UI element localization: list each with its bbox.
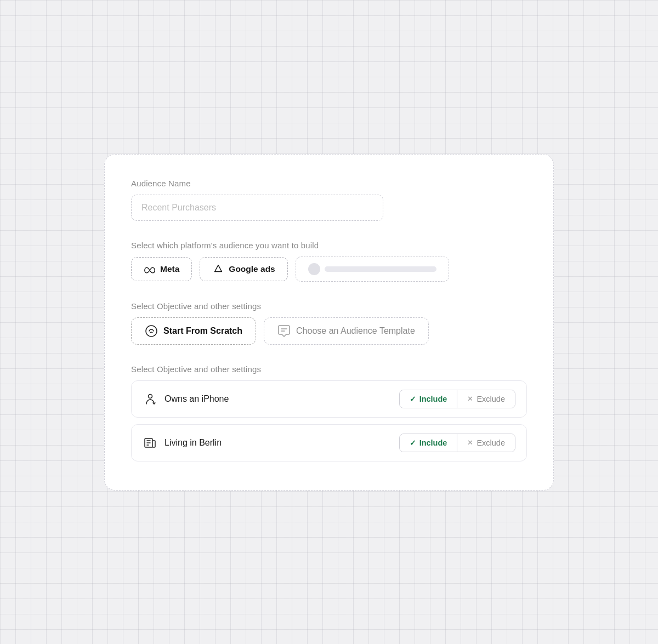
objective-label: Select Objective and other settings — [131, 301, 527, 311]
iphone-row-left: Owns an iPhone — [143, 391, 229, 407]
berlin-exclude-label: Exclude — [477, 438, 505, 447]
settings-label: Select Objective and other settings — [131, 364, 527, 374]
platform-row: Meta Google ads — [131, 257, 527, 282]
audience-name-input[interactable] — [131, 195, 383, 221]
iphone-exclude-label: Exclude — [477, 395, 505, 403]
berlin-x-icon: ✕ — [467, 438, 473, 447]
settings-section: Select Objective and other settings Owns… — [131, 364, 527, 461]
iphone-label: Owns an iPhone — [164, 394, 229, 404]
platform-meta-label: Meta — [160, 264, 179, 274]
placeholder-circle — [308, 263, 320, 275]
audience-name-section: Audience Name — [131, 179, 527, 221]
iphone-check-icon: ✓ — [410, 395, 416, 403]
iphone-exclude-button[interactable]: ✕ Exclude — [457, 390, 515, 408]
iphone-x-icon: ✕ — [467, 395, 473, 403]
iphone-icon — [143, 391, 158, 407]
berlin-check-icon: ✓ — [410, 438, 416, 447]
iphone-include-label: Include — [419, 395, 447, 403]
start-scratch-button[interactable]: Start From Scratch — [131, 317, 256, 345]
svg-point-1 — [146, 326, 157, 337]
choose-template-button[interactable]: Choose an Audience Template — [264, 317, 429, 345]
settings-row-berlin: Living in Berlin ✓ Include ✕ Exclude — [131, 424, 527, 461]
berlin-exclude-button[interactable]: ✕ Exclude — [457, 434, 515, 452]
platform-meta-button[interactable]: Meta — [131, 257, 192, 281]
objective-row: Start From Scratch Choose an Audience Te… — [131, 317, 527, 345]
template-label: Choose an Audience Template — [296, 326, 415, 336]
scratch-icon — [145, 324, 158, 338]
placeholder-line — [325, 266, 436, 272]
main-card: Audience Name Select which platform's au… — [104, 154, 554, 491]
google-ads-icon — [212, 263, 224, 275]
settings-row-iphone: Owns an iPhone ✓ Include ✕ Exclude — [131, 380, 527, 418]
iphone-include-button[interactable]: ✓ Include — [400, 390, 458, 408]
objective-section: Select Objective and other settings Star… — [131, 301, 527, 345]
meta-icon — [144, 263, 156, 275]
scratch-label: Start From Scratch — [163, 326, 242, 336]
platform-placeholder — [296, 257, 449, 282]
platform-google-button[interactable]: Google ads — [200, 257, 287, 281]
berlin-label: Living in Berlin — [164, 438, 222, 448]
berlin-include-button[interactable]: ✓ Include — [400, 434, 458, 452]
iphone-include-exclude-group: ✓ Include ✕ Exclude — [399, 390, 515, 408]
audience-name-label: Audience Name — [131, 179, 527, 188]
svg-point-2 — [149, 394, 152, 398]
berlin-icon — [143, 435, 158, 451]
platform-label: Select which platform's audience you wan… — [131, 241, 527, 250]
platform-google-label: Google ads — [229, 264, 275, 274]
template-icon — [277, 324, 291, 338]
platform-section: Select which platform's audience you wan… — [131, 241, 527, 282]
berlin-row-left: Living in Berlin — [143, 435, 222, 451]
berlin-include-exclude-group: ✓ Include ✕ Exclude — [399, 434, 515, 452]
settings-rows: Owns an iPhone ✓ Include ✕ Exclude — [131, 380, 527, 461]
berlin-include-label: Include — [419, 438, 447, 447]
